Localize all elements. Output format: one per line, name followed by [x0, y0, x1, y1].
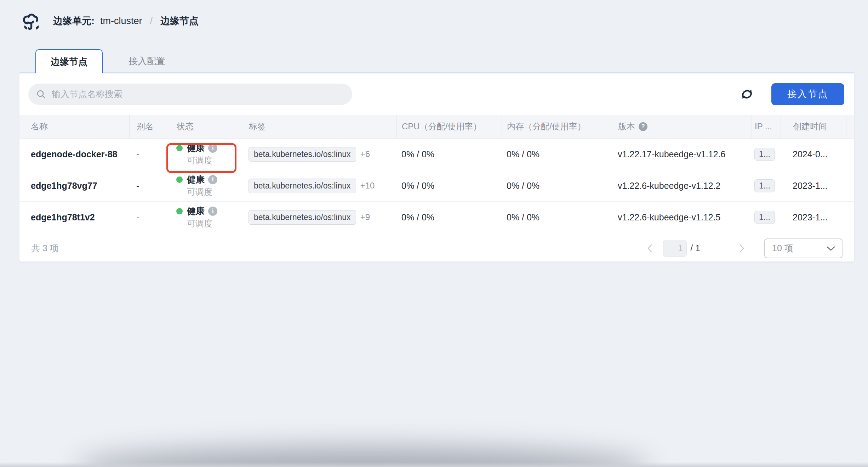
- memory-usage: 0% / 0%: [507, 149, 539, 159]
- memory-usage: 0% / 0%: [507, 212, 539, 223]
- search-input[interactable]: [51, 89, 345, 100]
- table-row: edge1hg78vg77 - 健康 i 可调度 beta.kubernetes…: [19, 170, 854, 202]
- status-cell: 健康 i 可调度: [176, 174, 217, 198]
- breadcrumb-cluster-name[interactable]: tm-cluster: [100, 16, 142, 27]
- status-dot-icon: [176, 145, 183, 151]
- status-info-icon[interactable]: i: [208, 207, 217, 216]
- created-time: 2024-0...: [793, 149, 828, 159]
- label-more-count[interactable]: +6: [360, 149, 370, 159]
- column-header-created: 创建时间: [781, 115, 846, 138]
- ip-chip[interactable]: 1...: [754, 179, 775, 192]
- status-cell: 健康 i 可调度: [176, 142, 217, 166]
- breadcrumb: 边缘单元: tm-cluster / 边缘节点: [53, 15, 199, 27]
- column-header-cpu: CPU（分配/使用率）: [396, 115, 502, 138]
- status-info-icon[interactable]: i: [208, 144, 217, 153]
- column-header-name: 名称: [19, 115, 129, 138]
- page-size-value: 10 项: [772, 242, 826, 254]
- node-version: v1.22.17-kubeedge-v1.12.6: [618, 149, 725, 159]
- created-time: 2023-1...: [793, 181, 828, 191]
- column-header-version: 版本 ?: [610, 115, 752, 138]
- column-header-ip: IP ...: [752, 115, 781, 138]
- status-label: 健康: [187, 174, 205, 186]
- cpu-usage: 0% / 0%: [401, 181, 434, 191]
- pagination-bar: 共 3 项 / 1 10 项: [19, 233, 854, 263]
- page-total-label: / 1: [690, 243, 700, 253]
- node-alias: -: [136, 212, 139, 223]
- node-name-link[interactable]: edge1hg78t1v2: [31, 212, 95, 223]
- status-dot-icon: [176, 208, 183, 214]
- label-chip[interactable]: beta.kubernetes.io/os:linux: [249, 179, 356, 193]
- ip-chip[interactable]: 1...: [754, 211, 775, 224]
- schedulable-label: 可调度: [187, 218, 217, 229]
- status-label: 健康: [187, 205, 205, 217]
- status-info-icon[interactable]: i: [208, 175, 217, 184]
- version-help-icon[interactable]: ?: [639, 122, 647, 131]
- schedulable-label: 可调度: [187, 186, 217, 198]
- column-header-version-label: 版本: [618, 121, 635, 132]
- column-header-status: 状态: [170, 115, 241, 138]
- page-number-input[interactable]: [663, 240, 687, 257]
- table-row: edge1hg78t1v2 - 健康 i 可调度 beta.kubernetes…: [19, 202, 854, 233]
- chevron-right-icon: [739, 244, 745, 253]
- breadcrumb-separator: /: [150, 16, 153, 27]
- page-size-select[interactable]: 10 项: [764, 238, 843, 258]
- node-name-link[interactable]: edge1hg78vg77: [31, 181, 97, 191]
- column-header-actions: [846, 115, 854, 138]
- join-node-button[interactable]: 接入节点: [771, 83, 844, 105]
- refresh-button[interactable]: [739, 86, 755, 102]
- total-count-label: 共 3 项: [31, 242, 59, 254]
- status-label: 健康: [187, 142, 205, 154]
- node-alias: -: [136, 181, 139, 191]
- memory-usage: 0% / 0%: [507, 181, 539, 191]
- ip-chip[interactable]: 1...: [754, 148, 775, 161]
- chevron-down-icon: [826, 246, 835, 251]
- edge-nodes-panel: 接入节点 名称 别名 状态 标签 CPU（分配/使用率） 内存（分配/使用率） …: [19, 73, 854, 261]
- refresh-icon: [739, 86, 755, 102]
- table-row: edgenode-docker-88 - 健康 i 可调度 beta.kuber…: [19, 139, 854, 170]
- tab-edge-nodes[interactable]: 边缘节点: [35, 49, 103, 73]
- next-page-button[interactable]: [739, 244, 745, 253]
- table-toolbar: 接入节点: [19, 73, 854, 115]
- search-icon: [36, 89, 46, 99]
- node-version: v1.22.6-kubeedge-v1.12.5: [618, 212, 721, 223]
- column-header-alias: 别名: [129, 115, 170, 138]
- label-chip[interactable]: beta.kubernetes.io/os:linux: [249, 147, 356, 162]
- node-version: v1.22.6-kubeedge-v1.12.2: [618, 181, 721, 191]
- prev-page-button[interactable]: [647, 244, 652, 253]
- edge-cloud-logo-icon: [21, 10, 42, 32]
- status-cell: 健康 i 可调度: [176, 205, 217, 229]
- column-header-memory: 内存（分配/使用率）: [502, 115, 610, 138]
- node-alias: -: [136, 149, 139, 159]
- cpu-usage: 0% / 0%: [401, 212, 434, 223]
- chevron-left-icon: [647, 244, 652, 253]
- created-time: 2023-1...: [793, 212, 828, 223]
- app-header: 边缘单元: tm-cluster / 边缘节点: [0, 0, 868, 42]
- column-header-labels: 标签: [241, 115, 396, 138]
- label-chip[interactable]: beta.kubernetes.io/os:linux: [249, 210, 356, 225]
- label-more-count[interactable]: +9: [360, 212, 370, 222]
- breadcrumb-unit-label: 边缘单元:: [53, 15, 95, 27]
- breadcrumb-page-name: 边缘节点: [160, 15, 199, 27]
- cpu-usage: 0% / 0%: [401, 149, 434, 159]
- table-header-row: 名称 别名 状态 标签 CPU（分配/使用率） 内存（分配/使用率） 版本 ? …: [19, 115, 854, 139]
- status-dot-icon: [176, 176, 183, 183]
- tab-bar: 边缘节点 接入配置: [35, 49, 191, 73]
- schedulable-label: 可调度: [187, 155, 217, 166]
- node-name-link[interactable]: edgenode-docker-88: [31, 149, 118, 159]
- tab-access-config[interactable]: 接入配置: [103, 49, 191, 73]
- search-box[interactable]: [28, 84, 352, 105]
- label-more-count[interactable]: +10: [360, 181, 375, 191]
- bottom-fade: [0, 462, 868, 467]
